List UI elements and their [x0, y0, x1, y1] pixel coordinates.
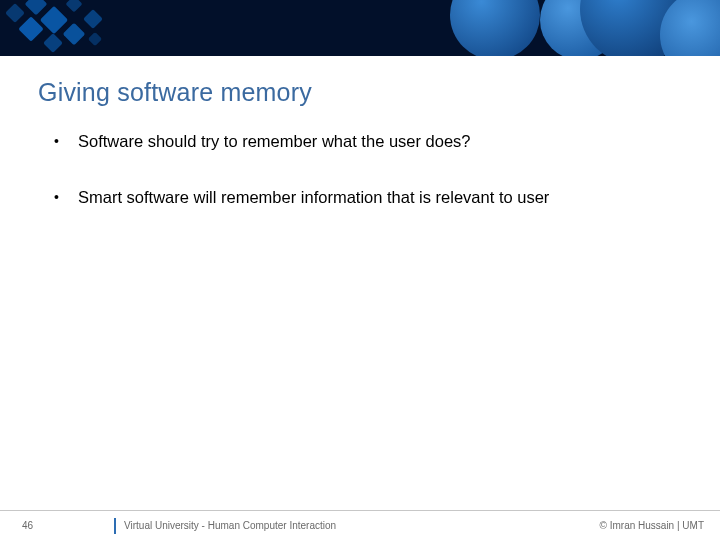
bullet-icon: • — [54, 186, 66, 208]
bullet-text: Software should try to remember what the… — [66, 130, 471, 152]
footer: 46 Virtual University - Human Computer I… — [0, 510, 720, 540]
slide-title: Giving software memory — [38, 78, 312, 107]
footer-right-text: © Imran Hussain | UMT — [600, 520, 704, 531]
footer-center-text: Virtual University - Human Computer Inte… — [124, 520, 336, 531]
banner — [0, 0, 720, 56]
bullet-list: • Software should try to remember what t… — [54, 130, 674, 242]
page-number: 46 — [22, 520, 33, 531]
list-item: • Smart software will remember informati… — [54, 186, 674, 208]
list-item: • Software should try to remember what t… — [54, 130, 674, 152]
footer-accent-bar — [114, 518, 116, 534]
footer-divider — [0, 510, 720, 511]
bullet-icon: • — [54, 130, 66, 152]
slide: Giving software memory • Software should… — [0, 0, 720, 540]
bullet-text: Smart software will remember information… — [66, 186, 549, 208]
